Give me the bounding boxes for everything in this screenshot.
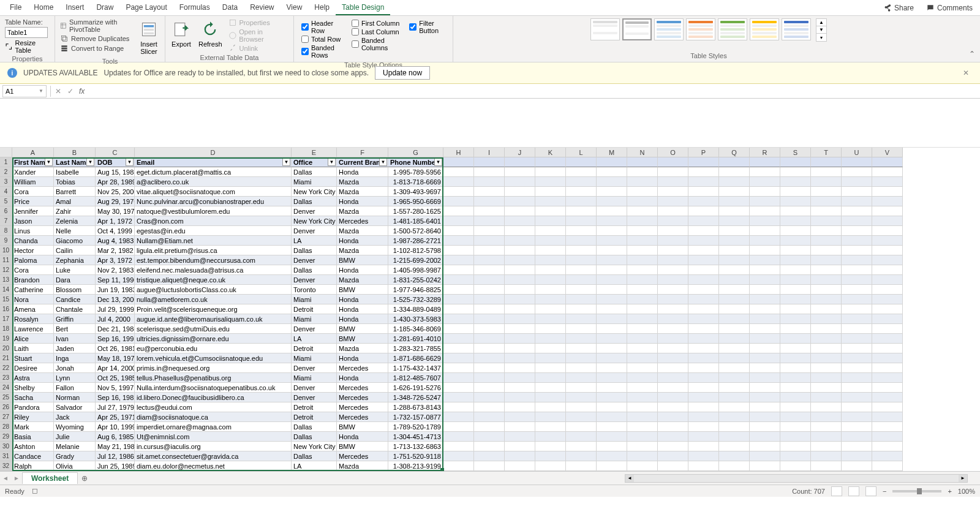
menu-item-table-design[interactable]: Table Design bbox=[336, 1, 390, 15]
empty-cell[interactable] bbox=[842, 402, 872, 412]
row-header[interactable]: 10 bbox=[0, 246, 12, 255]
style-down-button[interactable]: ▼ bbox=[816, 26, 826, 34]
empty-cell[interactable] bbox=[811, 373, 842, 383]
table-cell[interactable]: tristique.aliquet@neque.co.uk bbox=[135, 275, 292, 285]
banded-rows-checkbox[interactable]: Banded Rows bbox=[301, 44, 342, 59]
table-style-swatch[interactable] bbox=[654, 18, 684, 40]
empty-cell[interactable] bbox=[780, 373, 811, 383]
empty-cell[interactable] bbox=[505, 393, 535, 402]
zoom-in-button[interactable]: + bbox=[948, 488, 951, 495]
empty-cell[interactable] bbox=[597, 236, 627, 246]
table-cell[interactable]: Paloma bbox=[12, 255, 54, 265]
empty-cell[interactable] bbox=[780, 216, 811, 226]
formula-input[interactable] bbox=[87, 84, 980, 98]
table-cell[interactable]: Amena bbox=[12, 304, 54, 314]
empty-cell[interactable] bbox=[505, 324, 535, 334]
empty-cell[interactable] bbox=[443, 412, 474, 422]
empty-cell[interactable] bbox=[597, 265, 627, 275]
empty-cell[interactable] bbox=[811, 157, 842, 167]
empty-cell[interactable] bbox=[811, 432, 842, 442]
accept-formula-button[interactable]: ✓ bbox=[64, 87, 77, 96]
empty-cell[interactable] bbox=[505, 451, 535, 461]
table-cell[interactable]: Mercedes bbox=[337, 402, 388, 412]
empty-cell[interactable] bbox=[535, 432, 566, 442]
row-header[interactable]: 16 bbox=[0, 304, 12, 314]
empty-cell[interactable] bbox=[566, 304, 597, 314]
empty-cell[interactable] bbox=[719, 422, 750, 432]
table-cell[interactable]: Stuart bbox=[12, 353, 54, 363]
empty-cell[interactable] bbox=[658, 285, 688, 295]
empty-cell[interactable] bbox=[780, 157, 811, 167]
empty-cell[interactable] bbox=[719, 432, 750, 442]
empty-cell[interactable] bbox=[443, 275, 474, 285]
table-cell[interactable]: May 30, 1976 bbox=[96, 206, 135, 216]
table-cell[interactable]: Olivia bbox=[54, 461, 96, 471]
table-cell[interactable]: Pandora bbox=[12, 402, 54, 412]
empty-cell[interactable] bbox=[842, 383, 872, 393]
table-cell[interactable]: LA bbox=[292, 334, 337, 344]
empty-cell[interactable] bbox=[566, 206, 597, 216]
empty-cell[interactable] bbox=[780, 167, 811, 177]
menu-item-help[interactable]: Help bbox=[308, 1, 336, 15]
table-cell[interactable]: Nora bbox=[12, 295, 54, 304]
empty-cell[interactable] bbox=[597, 353, 627, 363]
empty-cell[interactable] bbox=[688, 197, 719, 206]
table-cell[interactable]: scelerisque.sed@utmiDuis.edu bbox=[135, 324, 292, 334]
row-header[interactable]: 31 bbox=[0, 451, 12, 461]
empty-cell[interactable] bbox=[872, 236, 903, 246]
empty-cell[interactable] bbox=[750, 304, 780, 314]
empty-cell[interactable] bbox=[750, 265, 780, 275]
empty-cell[interactable] bbox=[597, 373, 627, 383]
convert-range-button[interactable]: Convert to Range bbox=[60, 44, 133, 53]
empty-cell[interactable] bbox=[627, 334, 658, 344]
last-column-checkbox[interactable]: Last Column bbox=[352, 28, 399, 36]
table-cell[interactable]: 1-732-157-0877 bbox=[388, 412, 443, 422]
table-cell[interactable]: Dallas bbox=[292, 246, 337, 255]
column-header[interactable]: O bbox=[658, 148, 688, 157]
table-cell[interactable]: Dallas bbox=[292, 197, 337, 206]
empty-cell[interactable] bbox=[658, 167, 688, 177]
empty-cell[interactable] bbox=[688, 265, 719, 275]
empty-cell[interactable] bbox=[474, 177, 505, 187]
empty-cell[interactable] bbox=[474, 432, 505, 442]
empty-cell[interactable] bbox=[658, 265, 688, 275]
table-cell[interactable]: Nunc.pulvinar.arcu@conubianostraper.edu bbox=[135, 197, 292, 206]
page-layout-view-button[interactable] bbox=[848, 486, 859, 496]
empty-cell[interactable] bbox=[780, 285, 811, 295]
table-cell[interactable]: Miami bbox=[292, 177, 337, 187]
table-cell[interactable]: BMW bbox=[337, 334, 388, 344]
table-cell[interactable]: Sep 11, 1990 bbox=[96, 275, 135, 285]
empty-cell[interactable] bbox=[535, 187, 566, 197]
empty-cell[interactable] bbox=[658, 255, 688, 265]
empty-cell[interactable] bbox=[842, 432, 872, 442]
table-cell[interactable]: lectus@eudui.com bbox=[135, 402, 292, 412]
menu-item-page-layout[interactable]: Page Layout bbox=[119, 1, 173, 15]
row-header[interactable]: 11 bbox=[0, 255, 12, 265]
empty-cell[interactable] bbox=[474, 167, 505, 177]
empty-cell[interactable] bbox=[627, 304, 658, 314]
empty-cell[interactable] bbox=[811, 402, 842, 412]
page-break-view-button[interactable] bbox=[865, 486, 876, 496]
empty-cell[interactable] bbox=[474, 393, 505, 402]
empty-cell[interactable] bbox=[505, 402, 535, 412]
empty-cell[interactable] bbox=[535, 275, 566, 285]
column-header[interactable]: V bbox=[872, 148, 903, 157]
empty-cell[interactable] bbox=[658, 314, 688, 324]
empty-cell[interactable] bbox=[443, 177, 474, 187]
empty-cell[interactable] bbox=[474, 275, 505, 285]
row-header[interactable]: 9 bbox=[0, 236, 12, 246]
empty-cell[interactable] bbox=[443, 167, 474, 177]
empty-cell[interactable] bbox=[811, 216, 842, 226]
row-header[interactable]: 1 bbox=[0, 157, 12, 167]
empty-cell[interactable] bbox=[688, 383, 719, 393]
empty-cell[interactable] bbox=[627, 442, 658, 451]
table-cell[interactable]: Jason bbox=[12, 216, 54, 226]
empty-cell[interactable] bbox=[627, 206, 658, 216]
empty-cell[interactable] bbox=[842, 226, 872, 236]
row-header[interactable]: 24 bbox=[0, 383, 12, 393]
table-cell[interactable]: 1-977-946-8825 bbox=[388, 285, 443, 295]
empty-cell[interactable] bbox=[872, 344, 903, 353]
row-header[interactable]: 27 bbox=[0, 412, 12, 422]
empty-cell[interactable] bbox=[811, 187, 842, 197]
empty-cell[interactable] bbox=[750, 157, 780, 167]
